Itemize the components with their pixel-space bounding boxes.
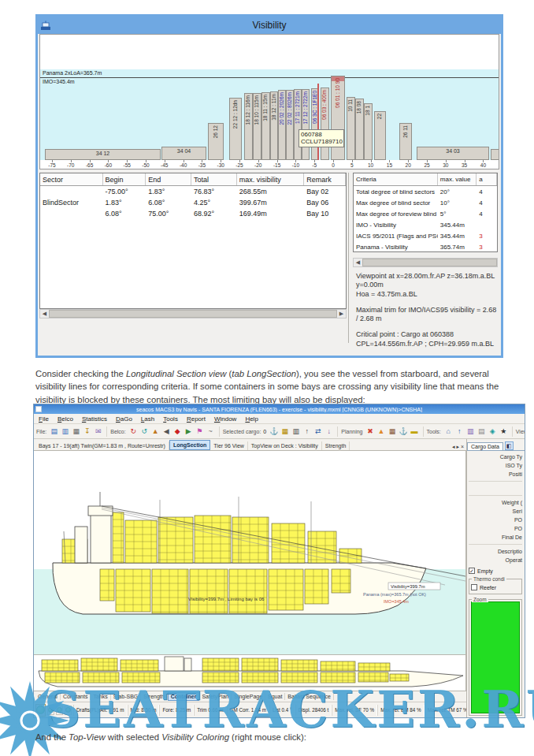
tab-tanks[interactable]: Tanks — [91, 693, 110, 700]
discharge-icon[interactable]: ↓ — [324, 426, 334, 437]
scroll-left-icon[interactable]: ◀ — [354, 259, 362, 266]
menu-dago[interactable]: DaGo — [116, 415, 132, 423]
refresh-icon[interactable]: ↻ — [128, 426, 139, 437]
tab-strength[interactable]: Strength — [141, 693, 167, 700]
menu-report[interactable]: Report — [187, 415, 206, 423]
bay-stack-bar[interactable]: 26 11 — [399, 123, 412, 160]
table-row[interactable]: IACS 95/2011 (Flags and PSC)345.44m3 — [354, 230, 497, 241]
reefer-checkbox[interactable] — [471, 584, 477, 590]
play-icon[interactable]: ▶ — [184, 426, 194, 437]
tab-bays-17-19-aft-twin-gm-1-83-m-route-unrestr-[interactable]: Bays 17 - 19(aft) Twin(GM=1.83 m , Route… — [35, 441, 169, 450]
scrollbar-thumb[interactable] — [49, 310, 337, 318]
bay-stack-bar[interactable]: 18 10 : 115m — [253, 93, 261, 160]
table-row[interactable]: IMO - Visibility345.44m — [354, 219, 497, 230]
export-icon[interactable]: ↧ — [82, 426, 92, 437]
bay-stack-bar[interactable]: 18 12 : 116m — [244, 93, 253, 160]
table-row[interactable]: Max degree of foreview blind sector5°4 — [354, 208, 497, 219]
save-all-icon[interactable]: ▥ — [60, 426, 70, 437]
column-header[interactable]: a — [477, 173, 497, 185]
stack-icon[interactable]: ▥ — [291, 426, 301, 437]
label-icon[interactable]: ◈ — [488, 426, 498, 437]
bay-grid-icon[interactable]: ▦ — [280, 426, 290, 437]
menu-window[interactable]: Window — [214, 415, 236, 423]
bay-stack-bar[interactable]: 06 03 : 400m — [321, 88, 329, 160]
bay-stack-bar[interactable]: 34 04 — [161, 147, 206, 160]
column-header[interactable]: End — [146, 173, 191, 185]
longsection-view[interactable]: Visibility=399.7m , Limiting bay is 06 V… — [34, 451, 466, 654]
scroll-left-icon[interactable]: ◀ — [40, 310, 49, 318]
book-icon[interactable]: ▥ — [465, 426, 476, 437]
tab-cargo-data[interactable]: Cargo Data — [467, 442, 503, 450]
table-row[interactable]: -75.00°1.83°76.83°268.55mBay 02 — [40, 186, 346, 197]
cone-icon[interactable]: ▲ — [376, 426, 387, 437]
table-row[interactable]: Max degree of blind sector10°4 — [354, 197, 497, 208]
bay-stack-bar[interactable]: 18 1 — [364, 103, 373, 160]
bay-stack-bar[interactable] — [491, 149, 499, 160]
layers-icon[interactable]: ▤ — [477, 426, 487, 437]
back-icon[interactable]: ◀ — [161, 426, 172, 437]
tab-longsection[interactable]: LongSection — [169, 440, 210, 450]
criteria-table-hscrollbar[interactable]: ◀ — [353, 258, 498, 267]
bay-stack-bar[interactable]: 26 12 — [208, 123, 224, 160]
bay-stack-bar[interactable]: 34 12 — [45, 149, 161, 160]
sync-icon[interactable]: ↺ — [139, 426, 150, 437]
column-header[interactable]: Remark — [304, 173, 346, 185]
menu-file[interactable]: File — [39, 415, 49, 423]
lift-icon[interactable]: ↑ — [302, 426, 312, 437]
tab-topview-on-deck-visibility[interactable]: TopView on Deck : Visibility — [248, 441, 322, 450]
tab-safetyplan[interactable]: SafetyPlan — [199, 693, 232, 700]
crane-icon[interactable]: ⚓ — [269, 426, 279, 437]
bay-stack-bar[interactable]: 18 11 : 15m — [261, 92, 270, 160]
bay-stack-bar[interactable]: 17 11 : 2721m — [294, 89, 302, 160]
column-header[interactable]: Criteria — [354, 173, 438, 185]
column-header[interactable]: Total — [191, 173, 237, 185]
tab-nav-icon[interactable]: ◂ — [452, 444, 455, 450]
menu-help[interactable]: Help — [245, 415, 258, 423]
stop-icon[interactable]: ◆ — [172, 426, 183, 437]
table-row[interactable]: BlindSector1.83°6.08°4.25°399.67mBay 06 — [40, 197, 346, 208]
sun-icon[interactable]: ★ — [499, 426, 509, 437]
tab-tier-96-view[interactable]: Tier 96 View — [210, 441, 248, 450]
vessel-overview-strip[interactable] — [34, 654, 466, 691]
error-icon[interactable]: ✖ — [365, 426, 376, 437]
dialog-titlebar[interactable]: Visibility — [38, 17, 501, 34]
bay-stack-bar[interactable]: 20 02 : 2026m — [278, 90, 286, 160]
scrollbar-thumb[interactable] — [362, 259, 497, 266]
tab-nav-icon[interactable]: ▸ — [456, 444, 459, 450]
port-icon[interactable]: ▦ — [388, 426, 398, 437]
bay-stack-bar[interactable]: 18 08 — [355, 99, 364, 160]
empty-checkbox[interactable]: ✓ — [469, 568, 475, 574]
menu-tools[interactable]: Tools — [163, 415, 178, 423]
column-header[interactable]: Begin — [103, 173, 146, 185]
tab-constants[interactable]: Constants — [61, 693, 91, 700]
bay-stack-bar[interactable]: 22 02 : 8026m — [286, 90, 294, 160]
tab-ballast-sequence[interactable]: Ballast Sequence — [285, 693, 333, 700]
tab-strength[interactable]: Strength — [322, 441, 350, 450]
table-row[interactable]: Panama - Visibility365.74m3 — [354, 241, 497, 252]
up-icon[interactable]: ▲ — [150, 426, 161, 437]
menu-belco[interactable]: Belco — [57, 415, 73, 423]
tab-general[interactable]: General — [35, 693, 61, 700]
tab-container[interactable]: Container — [168, 692, 200, 701]
column-header[interactable]: max. value — [438, 173, 477, 185]
menu-statistics[interactable]: Statistics — [82, 415, 107, 423]
bay-stack-bar[interactable]: 18 12 : 11m — [270, 91, 278, 160]
anchor-icon[interactable]: ⚓ — [399, 426, 409, 437]
table-row[interactable]: 6.08°75.00°68.92°169.49mBay 10 — [40, 208, 346, 219]
sector-table-hscrollbar[interactable]: ◀ ▶ — [39, 309, 347, 318]
tab-singlepage[interactable]: SinglePage — [232, 693, 265, 700]
save-icon[interactable]: ▤ — [49, 426, 59, 437]
column-header[interactable]: max. visibility — [237, 173, 305, 185]
scroll-right-icon[interactable]: ▶ — [337, 310, 346, 318]
flag-icon[interactable]: ⚑ — [195, 426, 205, 437]
tab-nav-icon[interactable]: × — [461, 444, 464, 450]
menu-lash[interactable]: Lash — [141, 415, 154, 423]
zoom-minimap[interactable] — [471, 601, 520, 713]
column-header[interactable]: Sector — [40, 173, 103, 185]
schedule-icon[interactable]: ▬ — [410, 426, 420, 437]
print-icon[interactable]: ▦ — [71, 426, 81, 437]
tab-stab-sbg[interactable]: Stab-SBG — [111, 693, 142, 700]
app-titlebar[interactable]: seacos MACS3 by Navis - SANTA FIORENZA (… — [34, 404, 525, 414]
home-icon[interactable]: ⌂ — [443, 426, 454, 437]
table-row[interactable]: Total degree of blind sectors20°4 — [354, 186, 497, 197]
